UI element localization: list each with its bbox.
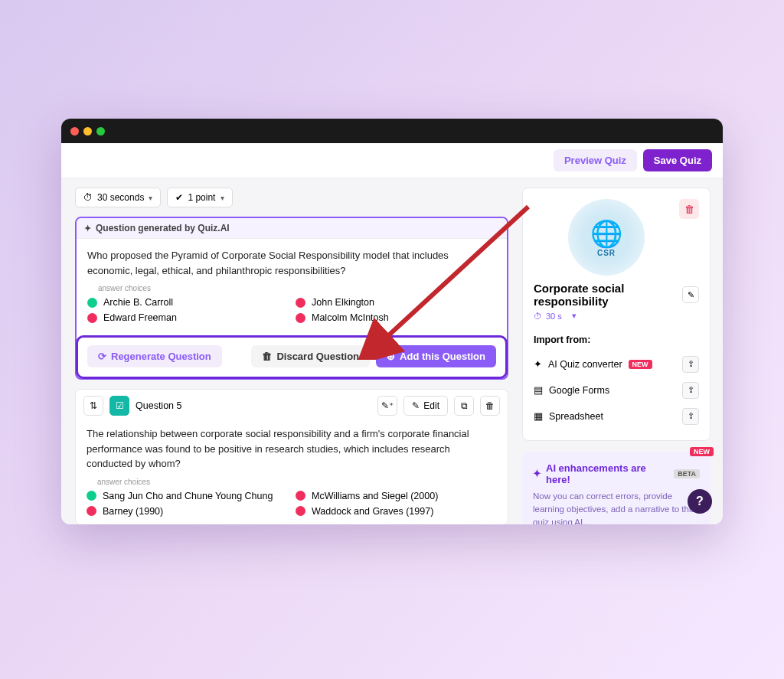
upload-button[interactable]: ⇪ [682,356,699,373]
choices-label: answer choices [97,478,497,486]
app-window: Preview Quiz Save Quiz ⏱ 30 seconds ▾ ✔ … [61,119,723,524]
quiz-info-card: 🗑 🌐 CSR Corporate social responsibility … [522,188,710,441]
ai-enhance-title: AI enhancements are here! [546,462,669,485]
content: ⏱ 30 seconds ▾ ✔ 1 point ▾ ✦ Question ge… [61,178,723,524]
import-icon: ▤ [534,384,543,396]
q5-choices-grid: Sang Jun Cho and Chune Young ChungMcWill… [87,491,497,517]
beta-badge: BETA [674,469,700,478]
ai-question-text: Who proposed the Pyramid of Corporate So… [87,248,496,278]
new-badge: NEW [629,360,652,369]
ai-header-text: Question generated by Quiz.AI [96,223,230,233]
edit-question-button[interactable]: ✎ Edit [403,396,448,416]
csr-label: CSR [590,249,622,257]
quiz-title: Corporate social responsibility [534,282,676,308]
choice-text: Edward Freeman [103,312,177,323]
answer-choice: Sang Jun Cho and Chune Young Chung [87,491,288,501]
points-value: 1 point [188,192,215,203]
maximize-dot-icon[interactable] [96,127,105,135]
import-option[interactable]: ✦AI Quiz converterNEW⇪ [534,351,699,377]
correct-dot-icon [87,491,96,501]
answer-choice: Archie B. Carroll [87,297,288,308]
answer-choice: Edward Freeman [87,312,288,323]
question-type-icon[interactable]: ☑ [109,396,129,416]
ai-question-card: ✦ Question generated by Quiz.AI Who prop… [75,217,508,380]
plus-circle-icon: ⊕ [387,351,395,362]
ai-card-body: Who proposed the Pyramid of Corporate So… [77,239,507,329]
choice-text: Archie B. Carroll [103,297,173,308]
check-icon: ✔ [175,192,183,203]
ai-actions-row: ⟳ Regenerate Question 🗑 Discard Question… [76,335,508,379]
upload-button[interactable]: ⇪ [682,408,699,425]
chevron-down-icon: ▾ [149,194,152,202]
quiz-cover-image[interactable]: 🌐 CSR [568,199,645,276]
chevron-down-icon: ▾ [220,194,224,202]
question-controls: ⏱ 30 seconds ▾ ✔ 1 point ▾ [75,188,508,207]
import-list: ✦AI Quiz converterNEW⇪▤Google Forms⇪▦Spr… [534,351,699,429]
question-5-body: The relationship between corporate socia… [76,422,508,524]
answer-choice: Waddock and Graves (1997) [296,506,497,517]
ai-card-header: ✦ Question generated by Quiz.AI [77,218,507,239]
default-time-dropdown[interactable]: ⏱ 30 s ▾ [534,311,577,321]
regenerate-question-button[interactable]: ⟳ Regenerate Question [87,345,222,367]
topbar: Preview Quiz Save Quiz [61,143,723,178]
choice-text: McWilliams and Siegel (2000) [312,491,438,501]
help-button[interactable]: ? [688,489,712,514]
choice-text: Waddock and Graves (1997) [312,506,433,517]
new-badge: NEW [690,447,714,456]
incorrect-dot-icon [87,313,97,323]
choice-text: Sang Jun Cho and Chune Young Chung [103,491,273,501]
correct-dot-icon [87,298,97,308]
import-icon: ✦ [534,358,542,370]
answer-choice: Malcolm McIntosh [296,312,496,323]
import-label: Spreadsheet [549,411,603,422]
titlebar [61,119,723,143]
import-option[interactable]: ▦Spreadsheet⇪ [534,403,699,429]
ai-enhance-text: Now you can correct errors, provide lear… [533,490,700,525]
reorder-handle[interactable]: ⇅ [83,396,103,416]
time-dropdown[interactable]: ⏱ 30 seconds ▾ [75,188,161,207]
preview-quiz-button[interactable]: Preview Quiz [554,149,637,171]
incorrect-dot-icon [296,313,305,323]
import-icon: ▦ [534,410,543,422]
refresh-icon: ⟳ [98,351,106,362]
incorrect-dot-icon [296,491,305,501]
timer-icon: ⏱ [534,312,542,321]
minimize-dot-icon[interactable] [83,127,92,135]
chevron-down-icon: ▾ [572,311,577,321]
save-quiz-button[interactable]: Save Quiz [643,149,712,171]
time-value: 30 seconds [97,192,144,203]
magic-wand-button[interactable]: ✎⁺ [377,396,397,416]
trash-icon: 🗑 [262,351,272,362]
ai-choices-grid: Archie B. CarrollJohn ElkingtonEdward Fr… [87,297,496,323]
timer-icon: ⏱ [83,192,93,203]
question-number-label: Question 5 [136,400,181,411]
incorrect-dot-icon [296,298,305,308]
import-from-label: Import from: [534,335,699,345]
import-label: AI Quiz converter [548,359,622,370]
answer-choice: McWilliams and Siegel (2000) [296,491,497,501]
duplicate-button[interactable]: ⧉ [454,396,474,416]
choice-text: Malcolm McIntosh [312,312,389,323]
delete-quiz-button[interactable]: 🗑 [679,199,699,219]
discard-question-button[interactable]: 🗑 Discard Question [251,345,370,367]
ai-enhancements-card: NEW ✦ AI enhancements are here! BETA Now… [522,452,710,525]
incorrect-dot-icon [296,506,305,516]
import-label: Google Forms [549,385,609,396]
pencil-icon: ✎ [412,400,420,411]
add-question-button[interactable]: ⊕ Add this Question [376,345,496,367]
right-column: 🗑 🌐 CSR Corporate social responsibility … [519,178,723,524]
choice-text: Barney (1990) [103,506,163,517]
choice-text: John Elkington [312,297,374,308]
question-5-card: ⇅ ☑ Question 5 ✎⁺ ✎ Edit ⧉ 🗑 The relatio… [75,389,508,524]
sparkle-icon: ✦ [533,468,541,479]
incorrect-dot-icon [87,506,96,516]
question-5-text: The relationship between corporate socia… [87,426,497,472]
upload-button[interactable]: ⇪ [682,382,699,399]
close-dot-icon[interactable] [70,127,79,135]
left-column: ⏱ 30 seconds ▾ ✔ 1 point ▾ ✦ Question ge… [61,178,519,524]
choices-label: answer choices [98,284,496,292]
import-option[interactable]: ▤Google Forms⇪ [534,377,699,403]
edit-title-button[interactable]: ✎ [682,286,699,303]
points-dropdown[interactable]: ✔ 1 point ▾ [167,188,233,207]
delete-question-button[interactable]: 🗑 [480,396,500,416]
